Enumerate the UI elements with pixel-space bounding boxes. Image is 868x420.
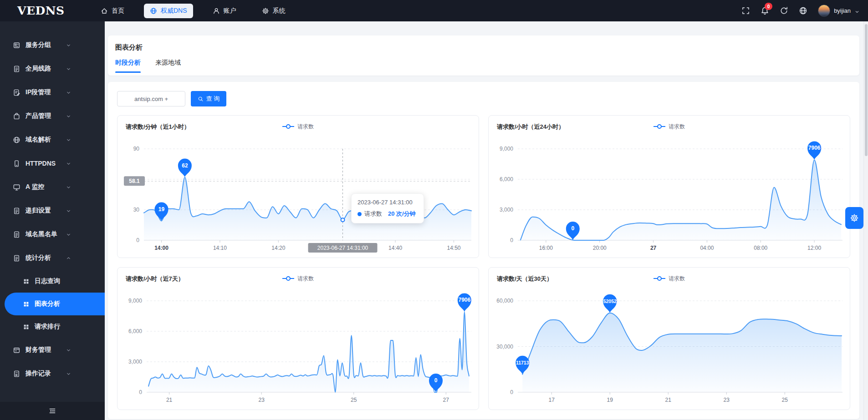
wallet-icon (13, 346, 20, 354)
nav-item-system[interactable]: 系统 (256, 4, 291, 18)
tooltip-row: 请求数 20 次/分钟 (357, 210, 418, 218)
charts-panel-card: 查 询 请求数/分钟（近1小时） 请求数 2023-06-27 14:31:00… (108, 82, 859, 419)
marker-pin: 0 (566, 222, 580, 240)
svg-text:14:00: 14:00 (154, 245, 168, 251)
charts-grid: 请求数/分钟（近1小时） 请求数 2023-06-27 14:31:00 请求数… (117, 115, 850, 410)
svg-text:2023-06-27 14:31:00: 2023-06-27 14:31:00 (317, 245, 368, 251)
chart-canvas[interactable]: 030,00060,00017192123251171352052 (489, 268, 850, 410)
chart-requests-per-hour-24h: 请求数/小时（近24小时） 请求数 03,0006,0009,00016:002… (488, 115, 850, 258)
chev-icon (66, 255, 71, 261)
sidebar-item-8[interactable]: 域名黑名单 (0, 223, 105, 246)
chevron-down-icon (66, 208, 71, 214)
sidebar-item-2[interactable]: IP段管理 (0, 81, 105, 104)
sidebar-subitem-9-1[interactable]: 图表分析 (5, 293, 105, 315)
svg-text:19: 19 (607, 397, 613, 403)
sidebar-item-1[interactable]: 全局线路 (0, 57, 105, 81)
doc-icon (13, 65, 20, 73)
chev-icon (66, 161, 71, 167)
theme-settings-button[interactable] (845, 207, 863, 229)
svg-text:52052: 52052 (603, 299, 617, 304)
tab-time-analysis[interactable]: 时段分析 (115, 59, 141, 73)
scrollbar-thumb[interactable] (865, 24, 868, 156)
sidebar-item-6[interactable]: A 监控 (0, 175, 105, 199)
doc-icon (13, 231, 20, 238)
chev-icon (66, 232, 71, 238)
chevron-down-icon (66, 161, 71, 167)
sidebar-item-7[interactable]: 递归设置 (0, 199, 105, 223)
collapse-sidebar-icon (48, 407, 56, 415)
svg-text:17: 17 (549, 397, 555, 403)
chevron-down-icon (854, 8, 860, 14)
grid-icon (23, 301, 30, 308)
topbar-actions: 0 byijian (741, 5, 868, 17)
svg-text:11713: 11713 (516, 360, 529, 365)
grid-icon (23, 324, 30, 330)
query-button[interactable]: 查 询 (191, 91, 226, 106)
chev-icon (66, 371, 71, 377)
grid-icon (23, 278, 30, 285)
grid-icon (23, 324, 30, 330)
svg-text:12:00: 12:00 (807, 245, 821, 251)
sidebar: 服务分组全局线路IP段管理产品管理域名解析HTTPDNSA 监控递归设置域名黑名… (0, 21, 105, 420)
chev-icon (66, 42, 71, 48)
svg-text:23: 23 (724, 397, 730, 403)
tab-source-region[interactable]: 来源地域 (155, 59, 181, 73)
chart-canvas[interactable]: 03,0006,0009,00016:0020:002704:0008:0012… (489, 116, 850, 258)
chart-requests-per-minute-1h: 请求数/分钟（近1小时） 请求数 2023-06-27 14:31:00 请求数… (117, 115, 479, 258)
sidebar-item-label: 统计分析 (26, 254, 51, 262)
fullscreen-button[interactable] (741, 6, 750, 15)
sidebar-item-3[interactable]: 产品管理 (0, 104, 105, 128)
sidebar-item-11[interactable]: 操作记录 (0, 362, 105, 385)
nav-item-home[interactable]: 首页 (95, 4, 130, 18)
sidebar-subitem-9-2[interactable]: 请求排行 (0, 315, 105, 338)
svg-text:58.1: 58.1 (129, 178, 140, 184)
chevron-down-icon (66, 137, 71, 143)
svg-text:27: 27 (650, 245, 657, 251)
chevron-down-icon (854, 9, 860, 15)
nav-item-account[interactable]: 账户 (207, 4, 242, 18)
sidebar-subitem-9-0[interactable]: 日志查询 (0, 270, 105, 293)
page-header-card: 图表分析 时段分析 来源地域 (108, 35, 859, 76)
card-icon (13, 41, 20, 49)
chevron-down-icon (66, 347, 71, 353)
sidebar-item-5[interactable]: HTTPDNS (0, 152, 105, 175)
phone-icon (13, 160, 20, 167)
chevron-down-icon (66, 90, 71, 96)
record-icon (13, 370, 20, 378)
user-menu[interactable]: byijian (818, 5, 860, 17)
sidebar-item-label: A 监控 (26, 183, 44, 191)
notifications-button[interactable]: 0 (761, 6, 769, 15)
sidebar-item-4[interactable]: 域名解析 (0, 128, 105, 152)
gear-icon (262, 7, 269, 15)
domain-select-input[interactable] (117, 91, 185, 106)
sidebar-item-9[interactable]: 统计分析 (0, 246, 105, 270)
sidebar-subitem-label: 日志查询 (35, 277, 60, 285)
svg-text:19: 19 (158, 206, 165, 213)
nav-item-authoritative-dns[interactable]: 权威DNS (144, 4, 193, 18)
svg-text:14:20: 14:20 (271, 245, 285, 251)
sidebar-item-label: HTTPDNS (26, 160, 56, 167)
svg-text:9,000: 9,000 (500, 146, 513, 152)
sidebar-item-0[interactable]: 服务分组 (0, 33, 105, 57)
sidebar-collapse-button[interactable] (0, 402, 105, 420)
globe-icon (13, 136, 20, 144)
sidebar-item-label: 操作记录 (26, 369, 51, 378)
search-icon (198, 96, 204, 102)
page-scrollbar[interactable] (863, 21, 868, 420)
svg-text:14:40: 14:40 (388, 245, 402, 251)
chart-canvas[interactable]: 0309014:0014:1014:2014:4014:5058.12023-0… (117, 116, 479, 258)
svg-text:14:10: 14:10 (213, 245, 227, 251)
svg-text:0: 0 (510, 389, 513, 395)
chev-icon (66, 137, 71, 143)
monitor-icon (13, 183, 20, 191)
sidebar-item-10[interactable]: 财务管理 (0, 338, 105, 362)
chart-canvas[interactable]: 03,0006,0009,0002123252707906 (117, 268, 479, 410)
language-button[interactable] (799, 6, 807, 15)
refresh-button[interactable] (780, 6, 788, 15)
username: byijian (834, 7, 851, 14)
svg-text:21: 21 (665, 397, 672, 403)
sidebar-item-label: 域名黑名单 (26, 230, 57, 238)
tooltip-series-name: 请求数 (364, 210, 382, 218)
topbar: VEDNS 首页权威DNS账户系统 0 byijian (0, 0, 868, 21)
series-dot-icon (357, 212, 362, 216)
